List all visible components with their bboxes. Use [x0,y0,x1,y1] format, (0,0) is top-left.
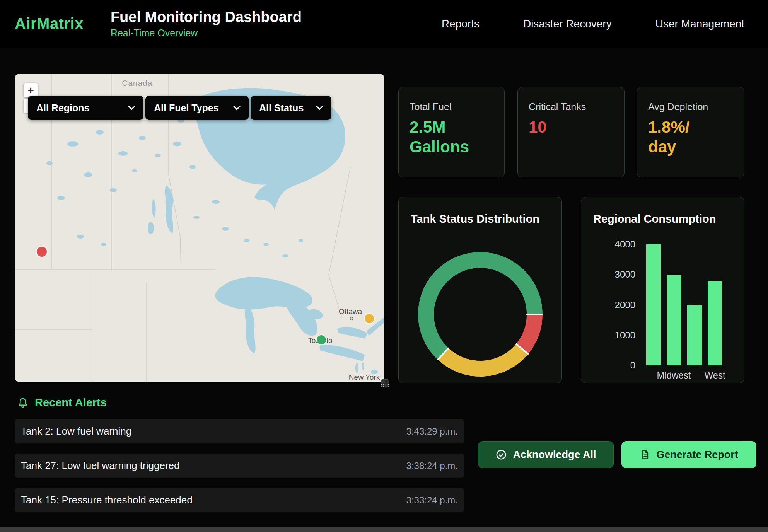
alert-message: Tank 27: Low fuel warning triggered [21,460,179,472]
region-filter-value: All Regions [36,102,90,114]
y-axis-tick-label: 4000 [597,239,635,250]
donut-chart[interactable] [399,197,562,383]
alerts-title: Recent Alerts [35,396,107,409]
tank-marker-1[interactable] [36,246,47,257]
city-label-new-york: New York [349,373,380,381]
nav-item-reports[interactable]: Reports [442,18,480,30]
alerts-list: Tank 2: Low fuel warning 3:43:29 p.m. Ta… [15,419,464,522]
generate-report-label: Generate Report [656,449,738,461]
country-label-canada: Canada [122,79,152,87]
bar-region-4[interactable] [708,281,722,365]
y-axis-tick-label: 0 [597,360,635,371]
bar-chart[interactable]: 01000200030004000MidwestWest [581,197,744,383]
stat-value: 2.5MGallons [410,117,493,157]
y-axis-tick-label: 2000 [597,300,635,310]
alert-message: Tank 2: Low fuel warning [21,425,131,437]
generate-report-button[interactable]: Generate Report [621,441,756,468]
status-filter[interactable]: All Status [251,96,331,120]
document-icon [640,449,650,460]
chevron-down-icon [316,103,323,110]
alert-time: 3:33:24 p.m. [406,495,458,506]
nav-item-disaster-recovery[interactable]: Disaster Recovery [523,18,612,30]
resize-handle[interactable] [381,379,389,387]
main-nav: Reports Disaster Recovery User Managemen… [442,18,744,30]
stat-card: Critical Tanks 10 [517,87,625,177]
stat-value: 10 [529,117,613,137]
tank-marker-2[interactable] [364,314,374,324]
acknowledge-all-label: Acknowledge All [513,449,596,461]
bar-region-2[interactable] [667,275,681,365]
page-title: Fuel Monitoring Dashboard [111,9,302,26]
alert-time: 3:38:24 p.m. [406,460,458,471]
stat-label: Total Fuel [410,101,493,113]
stat-label: Avg Depletion [648,101,733,113]
alert-message: Tank 15: Pressure threshold exceeded [21,494,193,506]
status-filter-value: All Status [259,102,304,114]
chevron-down-icon [128,103,135,110]
regional-consumption-chart-card: Regional Consumption 01000200030004000Mi… [581,197,744,383]
map-filters: All Regions All Fuel Types All Status [28,96,331,120]
alert-time: 3:43:29 p.m. [406,426,458,437]
stat-label: Critical Tanks [529,101,613,113]
region-filter[interactable]: All Regions [28,96,143,120]
tank-marker-3[interactable] [316,335,326,345]
chevron-down-icon [233,103,240,110]
bell-icon [17,397,29,409]
app-logo[interactable]: AirMatrix [15,15,84,32]
stat-value: 1.8%/day [648,117,733,157]
nav-item-user-management[interactable]: User Management [655,18,744,30]
map-canvas[interactable]: Canada Ottawa Toronto New York [15,74,384,382]
bar-region-3[interactable] [687,305,702,366]
fuel-monitoring-dashboard: AirMatrix Fuel Monitoring Dashboard Real… [0,0,768,532]
check-circle-icon [495,449,507,460]
alert-row: Tank 27: Low fuel warning triggered 3:38… [15,454,464,478]
alert-row: Tank 15: Pressure threshold exceeded 3:3… [15,488,464,512]
alert-row: Tank 2: Low fuel warning 3:43:29 p.m. [15,419,464,443]
fuel-type-filter[interactable]: All Fuel Types [145,96,249,120]
fuel-type-filter-value: All Fuel Types [154,102,219,114]
map[interactable]: Canada Ottawa Toronto New York + − All R… [15,74,384,382]
stat-card: Total Fuel 2.5MGallons [398,87,505,177]
x-axis-category-label: Midwest [657,370,691,381]
y-axis-tick-label: 1000 [597,330,635,341]
tank-status-chart-card: Tank Status Distribution [398,197,562,383]
top-bar: AirMatrix Fuel Monitoring Dashboard Real… [0,0,768,48]
alerts-header: Recent Alerts [17,396,107,409]
x-axis-category-label: West [704,370,725,381]
donut-segment-warning[interactable] [438,344,528,377]
bar-region-1[interactable] [646,244,661,365]
acknowledge-all-button[interactable]: Acknowledge All [478,441,614,468]
city-label-ottawa: Ottawa [339,307,362,315]
page-subtitle: Real-Time Overview [111,27,302,39]
stat-card: Avg Depletion 1.8%/day [637,87,744,177]
y-axis-tick-label: 3000 [597,269,635,280]
title-block: Fuel Monitoring Dashboard Real-Time Over… [111,9,302,39]
horizontal-scrollbar[interactable] [0,527,768,532]
zoom-in-button[interactable]: + [24,83,38,97]
